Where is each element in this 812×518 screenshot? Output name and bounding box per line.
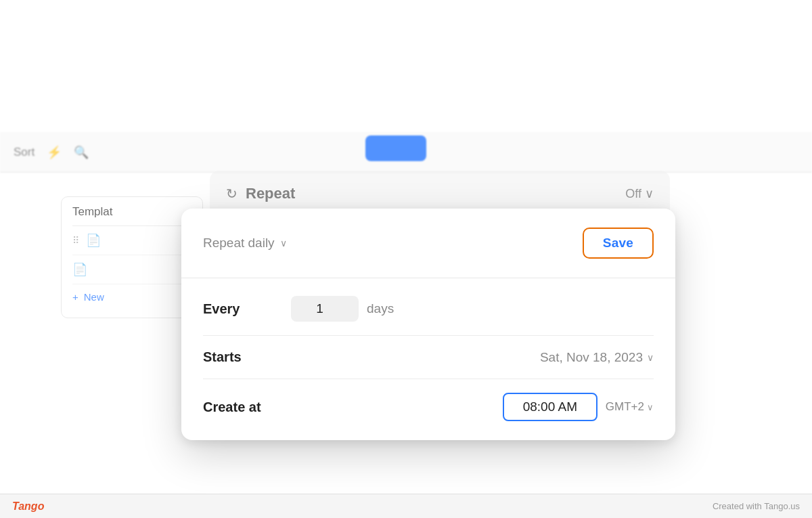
footer: Tango Created with Tango.us (0, 494, 812, 518)
starts-row: Starts Sat, Nov 18, 2023 ∨ (203, 349, 654, 365)
lightning-icon: ⚡ (47, 145, 62, 160)
bg-new-label: New (84, 291, 104, 303)
every-label: Every (203, 301, 291, 317)
divider-2 (203, 335, 654, 336)
repeat-daily-chevron-icon: ∨ (280, 238, 287, 249)
divider-1 (181, 278, 675, 278)
bg-new-row: + New (72, 284, 191, 309)
every-row: Every days (203, 296, 654, 322)
starts-date-dropdown[interactable]: Sat, Nov 18, 2023 ∨ (540, 350, 654, 365)
bg-row-1: ⠿ 📄 ••• (72, 226, 191, 255)
save-button[interactable]: Save (583, 228, 654, 259)
search-icon: 🔍 (74, 145, 89, 160)
timezone-chevron-icon: ∨ (647, 402, 654, 412)
time-input[interactable] (510, 400, 591, 414)
bg-new-button (365, 135, 426, 161)
repeat-daily-label: Repeat daily (203, 236, 275, 251)
every-number-input-wrapper[interactable] (291, 296, 359, 322)
bg-repeat-left: ↻ Repeat (226, 185, 295, 202)
doc-icon: 📄 (86, 233, 101, 248)
repeat-dialog: Repeat daily ∨ Save Every days Starts Sa… (181, 209, 675, 440)
repeat-icon: ↻ (226, 186, 238, 202)
time-input-wrapper[interactable] (503, 393, 597, 421)
tango-logo: Tango (12, 500, 44, 513)
starts-date-text: Sat, Nov 18, 2023 (540, 350, 643, 365)
bg-row-2: 📄 ••• (72, 255, 191, 284)
bg-repeat-title: Repeat (246, 185, 295, 202)
days-unit-label: days (367, 301, 394, 316)
timezone-dropdown[interactable]: GMT+2 ∨ (606, 400, 654, 414)
timezone-label: GMT+2 (606, 400, 644, 414)
bg-template-label: Templat (72, 205, 191, 226)
create-at-row: Create at GMT+2 ∨ (203, 393, 654, 421)
create-at-label: Create at (203, 400, 291, 415)
drag-dots-icon: ⠿ (72, 235, 79, 246)
starts-label: Starts (203, 349, 291, 365)
footer-credit: Created with Tango.us (713, 501, 800, 511)
popup-top-row: Repeat daily ∨ Save (203, 228, 654, 259)
doc-icon-2: 📄 (72, 262, 87, 277)
starts-chevron-icon: ∨ (647, 352, 654, 363)
bg-repeat-off-label: Off ∨ (625, 186, 654, 201)
sort-label: Sort (14, 146, 35, 159)
repeat-daily-dropdown[interactable]: Repeat daily ∨ (203, 236, 287, 251)
popup-content: Repeat daily ∨ Save Every days Starts Sa… (181, 209, 675, 440)
plus-icon: + (72, 291, 78, 303)
divider-3 (203, 379, 654, 379)
every-number-input[interactable] (298, 301, 352, 316)
